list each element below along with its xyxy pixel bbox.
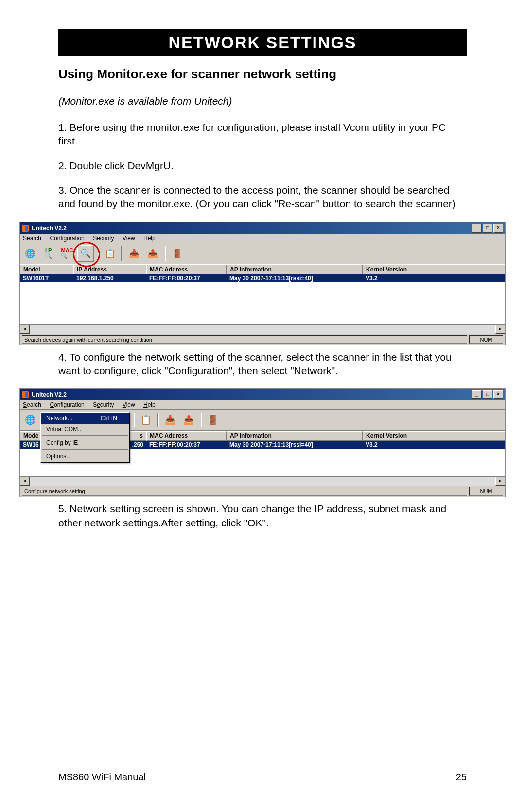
page-number: 25 (456, 772, 467, 783)
cell-ap: May 30 2007-17:11:13[rssi=40] (227, 441, 363, 449)
cell-model: SW1601T (20, 274, 73, 282)
menu-view[interactable]: View (122, 235, 135, 242)
exit-icon[interactable]: 🚪 (169, 245, 185, 262)
toolbar-divider (133, 413, 135, 427)
horizontal-scrollbar[interactable]: ◄ ► (20, 476, 505, 486)
menu-separator (42, 449, 128, 450)
menu-security[interactable]: Security (93, 401, 114, 408)
close-button[interactable]: × (493, 224, 503, 233)
app-logo-icon (22, 225, 29, 232)
export-icon[interactable]: 📤 (144, 245, 161, 262)
import-icon[interactable]: 📥 (162, 412, 178, 428)
menu-search[interactable]: Search (23, 235, 41, 242)
maximize-button[interactable]: □ (483, 224, 492, 233)
grid-header: Model IP Address MAC Address AP Informat… (20, 264, 505, 274)
import-icon[interactable]: 📥 (126, 245, 142, 262)
status-numlock: NUM (469, 335, 503, 344)
cell-mac: FE:FF:FF:00:20:37 (146, 274, 227, 282)
menu-view[interactable]: View (122, 401, 135, 408)
toolbar-divider (121, 246, 123, 261)
menubar: Search Configuration Security View Help … (20, 400, 505, 410)
col-ap-info[interactable]: AP Information (227, 431, 363, 441)
page-header: NETWORK SETTINGS (58, 29, 467, 56)
step-3: 3. Once the scanner is connected to the … (58, 183, 467, 211)
broadcast-search-icon[interactable]: 🌐 (22, 245, 38, 262)
menu-help[interactable]: Help (143, 235, 156, 242)
screenshot-1: Unitech V2.2 _ □ × Search Configuration … (19, 222, 506, 345)
col-ip-address[interactable]: IP Address (73, 265, 146, 274)
statusbar: Search devices again with current search… (20, 334, 505, 345)
menu-separator (42, 435, 128, 436)
menubar: Search Configuration Security View Help (20, 234, 505, 243)
minimize-button[interactable]: _ (472, 224, 482, 233)
step-2: 2. Double click DevMgrU. (58, 159, 467, 173)
close-button[interactable]: × (493, 390, 503, 399)
menu-item-options[interactable]: Options... (41, 451, 129, 462)
cell-ap: May 30 2007-17:11:13[rssi=40] (227, 274, 363, 282)
col-mac-address[interactable]: MAC Address (146, 431, 227, 441)
toolbar-divider (200, 413, 202, 427)
export-icon[interactable]: 📤 (180, 412, 197, 428)
availability-note: (Monitor.exe is available from Unitech) (58, 95, 467, 107)
menu-security[interactable]: Security (93, 235, 114, 242)
cell-mac: FE:FF:FF:00:20:37 (146, 441, 227, 449)
scroll-right-button[interactable]: ► (495, 325, 505, 334)
window-title: Unitech V2.2 (32, 225, 472, 232)
menu-configuration[interactable]: Configuration (50, 401, 84, 408)
col-model[interactable]: Model (20, 265, 73, 274)
status-text: Configure network setting (22, 487, 467, 496)
toolbar: 🌐 I P🔍 MAC🔍 🔍 📋 📥 📤 🚪 (20, 243, 505, 264)
col-kernel-version[interactable]: Kernel Version (363, 265, 505, 274)
step-5: 5. Network setting screen is shown. You … (58, 502, 467, 530)
scroll-track[interactable] (30, 477, 495, 486)
step-4: 4. To configure the network setting of t… (58, 350, 467, 378)
col-model-partial[interactable]: Mode (20, 431, 41, 441)
config-icon[interactable]: 📋 (138, 412, 154, 428)
menu-help[interactable]: Help (143, 401, 156, 408)
toolbar-divider (97, 246, 99, 261)
window-title: Unitech V2.2 (32, 391, 472, 398)
cell-ip: 192.168.1.250 (73, 274, 146, 282)
scroll-track[interactable] (30, 325, 495, 334)
maximize-button[interactable]: □ (483, 390, 492, 399)
screenshot-2: Unitech V2.2 _ □ × Search Configuration … (19, 388, 506, 497)
menu-item-network[interactable]: Network... Ctrl+N (41, 413, 129, 424)
config-icon[interactable]: 📋 (102, 245, 118, 262)
menu-configuration[interactable]: Configuration (50, 235, 84, 242)
subtitle: Using Monitor.exe for scanner network se… (58, 67, 467, 82)
col-kernel-version[interactable]: Kernel Version (363, 431, 505, 441)
exit-icon[interactable]: 🚪 (205, 412, 221, 428)
ip-search-icon[interactable]: I P🔍 (40, 245, 57, 262)
scroll-left-button[interactable]: ◄ (20, 325, 30, 334)
toolbar-divider (157, 413, 159, 427)
status-text: Search devices again with current search… (22, 335, 467, 344)
grid-body (20, 282, 505, 325)
footer-title: MS860 WiFi Manual (58, 772, 146, 783)
toolbar-divider (164, 246, 166, 261)
window-titlebar: Unitech V2.2 _ □ × (20, 222, 505, 234)
mac-search-icon[interactable]: MAC🔍 (59, 245, 75, 262)
col-mac-address[interactable]: MAC Address (146, 265, 227, 274)
window-titlebar: Unitech V2.2 _ □ × (20, 389, 505, 400)
highlight-circle (73, 242, 100, 267)
cell-kernel: V3.2 (363, 441, 505, 449)
step-1: 1. Before using the monitor.exe for conf… (58, 121, 467, 148)
col-ap-info[interactable]: AP Information (227, 265, 363, 274)
menu-item-config-by-ie[interactable]: Config by IE (41, 437, 129, 448)
menu-search[interactable]: Search (23, 401, 41, 408)
cell-kernel: V3.2 (363, 274, 505, 282)
app-logo-icon (22, 391, 29, 398)
configuration-dropdown: Network... Ctrl+N Virtual COM... Config … (40, 412, 130, 463)
page-footer: MS860 WiFi Manual 25 (58, 772, 467, 783)
minimize-button[interactable]: _ (472, 390, 482, 399)
scroll-right-button[interactable]: ► (495, 477, 505, 486)
status-numlock: NUM (469, 487, 503, 496)
horizontal-scrollbar[interactable]: ◄ ► (20, 325, 505, 334)
grid-row-selected[interactable]: SW1601T 192.168.1.250 FE:FF:FF:00:20:37 … (20, 274, 505, 282)
cell-model: SW16 (20, 441, 41, 449)
scroll-left-button[interactable]: ◄ (20, 477, 30, 486)
menu-item-virtual-com[interactable]: Virtual COM... (41, 424, 129, 434)
rescan-icon[interactable]: 🔍 (77, 245, 94, 262)
broadcast-search-icon[interactable]: 🌐 (22, 412, 38, 428)
statusbar: Configure network setting NUM (20, 486, 505, 497)
